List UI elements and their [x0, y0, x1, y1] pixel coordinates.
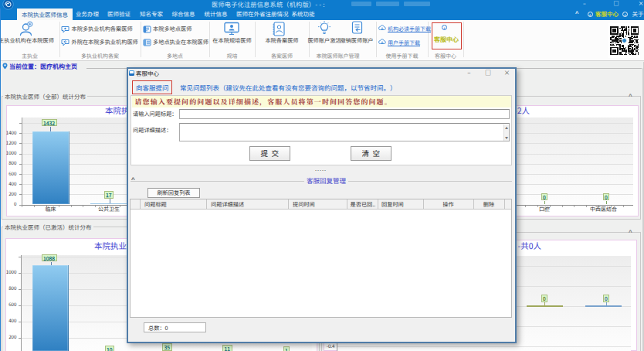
- dialog-minimize-button[interactable]: –: [463, 70, 476, 76]
- tab-xitong-gongneng[interactable]: 系统功能: [291, 11, 315, 17]
- scrollbar-up-arrow[interactable]: ▲: [504, 125, 510, 130]
- chart3-collapse-caret[interactable]: ^: [629, 230, 632, 236]
- chart2-ytick: 400: [4, 319, 17, 323]
- chart2-bar-1: [32, 265, 69, 351]
- column-header-ask-time[interactable]: 提问时间: [293, 202, 315, 207]
- group-separator: [59, 22, 60, 57]
- tab-yewu-banli[interactable]: 业务办理: [76, 11, 99, 17]
- tab-benyuan-zhiye-yishi-xinxi[interactable]: 本院执业医师信息: [17, 9, 73, 20]
- question-title-label: 请输入问题标题：: [133, 111, 178, 117]
- chart1-groupbox-border-right: [640, 96, 641, 220]
- qr-center-logo: [622, 38, 627, 43]
- window-title: 医师电子化注册信息系统（机构版）- - :: [212, 1, 325, 7]
- column-header-replied[interactable]: 是否已回..: [351, 202, 376, 207]
- dialog-close-button[interactable]: ×: [501, 70, 514, 76]
- ribbon-collapse-caret[interactable]: ^: [575, 11, 578, 17]
- dialog-service-center: 客服中心 – □ × 向客服提问 常见问题列表（建议先在此处查看有没有您要咨询的…: [127, 67, 517, 343]
- ribbon-group-label-beian-yishi: 备案医师: [255, 53, 309, 59]
- window-close-button[interactable]: ×: [635, 1, 644, 6]
- chart1-category: 中西医结合: [588, 206, 619, 212]
- column-header-desc[interactable]: 问题详细描述: [211, 202, 244, 207]
- column-separator: [288, 199, 289, 210]
- chart2-value-label: 1: [283, 346, 290, 351]
- bulb-icon: [318, 21, 330, 36]
- link-jigou-manual-download[interactable]: 机构必读手册下载: [388, 26, 431, 32]
- chart3-zero-bar-1: [527, 305, 563, 307]
- chart1-ytick: 1000: [4, 151, 17, 155]
- question-desc-label: 问题详细描述：: [133, 128, 171, 133]
- ribbon-item-guipei-yishi[interactable]: 在本院规培医师: [209, 38, 255, 43]
- chart2-ytick: 200: [4, 335, 17, 339]
- redacted-text-block: [351, 2, 371, 6]
- chart1-collapse-caret[interactable]: ^: [629, 94, 632, 100]
- quicklink-about[interactable]: 关于: [632, 11, 644, 17]
- tab-zhiming-zhuanjia[interactable]: 知名专家: [140, 11, 163, 17]
- tab-waisheng-zhuce[interactable]: 医师在外省注册情况: [236, 11, 283, 17]
- chart2-label-connector: [51, 262, 52, 266]
- question-title-input[interactable]: [179, 109, 510, 119]
- dialog-icon: [129, 70, 135, 76]
- chart2-y-axis: [21, 255, 22, 351]
- ribbon-item-duozhiye-beian[interactable]: 本院多执业机构备案医师: [72, 26, 133, 32]
- chart1-value-label: 0: [603, 193, 610, 201]
- qr-code: [608, 23, 640, 58]
- ribbon-item-benyuan-duodidian[interactable]: 本院多地点医师: [153, 26, 192, 32]
- dialog-banner-text: 请您输入要提问的问题以及详细描述，客服人员将第一时间回答您的问题。: [135, 98, 392, 105]
- chart1-label-connector: [544, 201, 545, 205]
- ribbon-group-label-manual-download: 使用手册下载: [376, 53, 428, 59]
- ribbon-item-chexiao-zhanghu[interactable]: 撤销医师账户: [340, 38, 374, 43]
- window-minimize-button[interactable]: –: [578, 1, 591, 6]
- ribbon-item-waiyuan-duozhiye[interactable]: 外院在本院多执业机构医师: [72, 39, 138, 45]
- ribbon-group-label-zhuzhiye: 主执业: [0, 53, 59, 59]
- column-header-delete[interactable]: 删除: [473, 202, 504, 207]
- column-header-title[interactable]: 问题标题: [144, 202, 167, 207]
- window-left-edge: [0, 9, 1, 351]
- chart1-category: 临床: [36, 206, 66, 212]
- reply-section-collapse-caret[interactable]: ^: [131, 177, 135, 183]
- column-separator: [206, 199, 207, 210]
- group-separator: [376, 22, 377, 57]
- dialog-maximize-button[interactable]: □: [482, 70, 494, 76]
- tab-yishi-yanzheng[interactable]: 医师验证: [107, 11, 130, 17]
- ribbon-item-duodidian-zhiye[interactable]: 多地点执业在本院医师: [153, 39, 208, 45]
- chart1-y-axis: [22, 118, 22, 205]
- ribbon-group-label-duozhiye-beian: 多执业机构备案: [59, 53, 141, 59]
- scrollbar-down-arrow[interactable]: ▼: [504, 135, 510, 140]
- tab-zonghe-xinxi[interactable]: 综合信息: [171, 11, 195, 17]
- column-header-action[interactable]: 操作: [423, 202, 473, 207]
- chart1-groupbox-label: 本院执业医师（全部）统计分布: [3, 94, 87, 100]
- chart1-label-connector: [50, 127, 51, 131]
- chart1-ytick: 0: [4, 202, 17, 206]
- chart1-groupbox-border-left: [2, 96, 2, 220]
- submit-button[interactable]: 提交: [249, 146, 291, 161]
- info-circle-icon: i: [588, 12, 593, 17]
- ribbon-bottom-border: [0, 60, 644, 61]
- question-desc-textarea[interactable]: ▲ ▼: [179, 123, 510, 141]
- refresh-reply-list-button[interactable]: 刷新回复列表: [147, 188, 200, 198]
- ribbon-item-beian-yishi[interactable]: 本院备案医师: [255, 38, 309, 43]
- clear-button[interactable]: 清空: [351, 146, 392, 161]
- location-pin-icon: [2, 63, 8, 70]
- dialog-tab-faq-list[interactable]: 常见问题列表（建议先在此处查看有没有您要咨询的问题，以节省时间。）: [180, 84, 397, 91]
- chart1-value-label: 17: [104, 191, 114, 199]
- revoke-account-icon: [351, 21, 363, 36]
- chart3-groupbox-border-right: [640, 232, 641, 351]
- chart1-ytick: 600: [4, 172, 17, 176]
- ribbon-item-zhanghu-jihuo[interactable]: 医师账户激活: [307, 38, 341, 43]
- reply-table: 问题标题 问题详细描述 提问时间 是否已回.. 回复时间 操作 删除: [130, 199, 512, 318]
- chart1-label-connector: [110, 199, 110, 203]
- window-maximize-button[interactable]: □: [610, 1, 622, 6]
- tab-tongji-xinxi[interactable]: 统计信息: [204, 11, 228, 17]
- splitter-handle[interactable]: ·····: [297, 167, 344, 174]
- textarea-scrollbar[interactable]: ▲ ▼: [503, 124, 509, 141]
- chart3-label-connector: [544, 302, 545, 305]
- column-header-reply-time[interactable]: 回复时间: [381, 202, 404, 207]
- reply-table-header: 问题标题 问题详细描述 提问时间 是否已回.. 回复时间 操作 删除: [130, 199, 511, 210]
- link-user-manual-download[interactable]: 用户手册下载: [388, 40, 420, 46]
- quicklink-service-center[interactable]: 客服中心: [595, 11, 619, 17]
- ribbon-item-zhuzhiye-jigou[interactable]: 主执业机构在本院医师: [0, 38, 55, 43]
- annotation-redbox-ask-service: [132, 80, 172, 94]
- chart2-value-label: 10: [105, 346, 115, 351]
- list-icon: [143, 26, 151, 33]
- content-frame-right-border: [642, 68, 643, 351]
